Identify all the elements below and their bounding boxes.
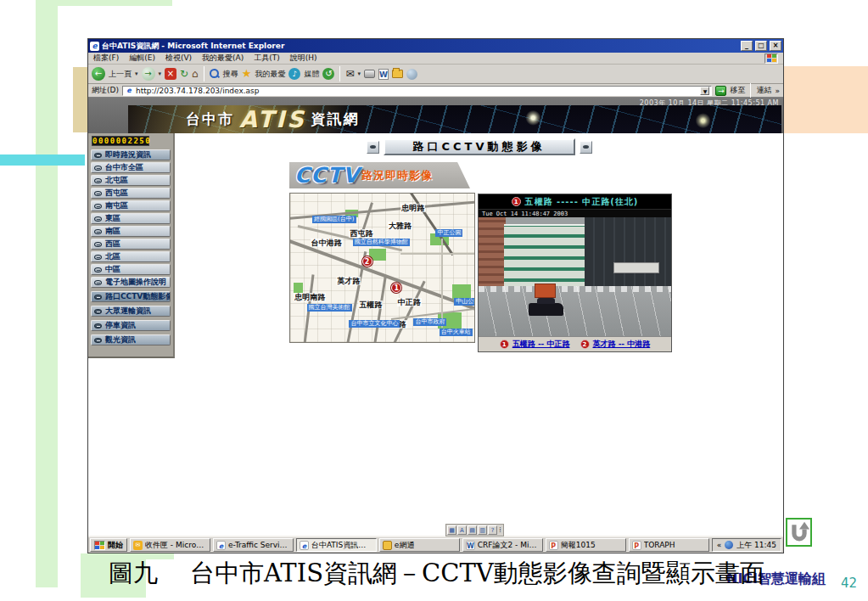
- edit-icon[interactable]: W: [378, 69, 389, 80]
- camera-marker-2[interactable]: 2: [362, 256, 372, 267]
- city-map[interactable]: 忠明路大雅路西屯路台中港路英才路忠明南路五權路中正路三民路經國園區(台中)國立自…: [289, 193, 475, 343]
- map-label: 大雅路: [388, 222, 412, 230]
- links-label[interactable]: 連結: [756, 85, 771, 96]
- sidebar-item[interactable]: 北區: [91, 251, 171, 262]
- photo-building: [504, 224, 587, 289]
- figure-caption-text: 台中市ATIS資訊網－CCTV動態影像查詢暨顯示畫面: [190, 559, 764, 587]
- save-icon[interactable]: ▥: [478, 525, 487, 535]
- address-input[interactable]: e http://203.74.178.203/index.asp ▼: [122, 86, 713, 96]
- tray-chevron[interactable]: «: [717, 541, 722, 549]
- links-chevron[interactable]: »: [775, 87, 780, 95]
- bullet-icon: [94, 204, 102, 209]
- stop-icon[interactable]: ×: [165, 68, 176, 80]
- menu-item-0[interactable]: 檔案(F): [93, 53, 119, 64]
- sidebar-item-label: 即時路況資訊: [105, 149, 151, 160]
- picture-icon[interactable]: ▦: [447, 525, 456, 535]
- text-icon[interactable]: A: [457, 525, 467, 535]
- title-right-button[interactable]: [580, 141, 592, 154]
- toolbar-grip[interactable]: ⁞: [498, 525, 502, 535]
- go-icon[interactable]: →: [715, 86, 726, 96]
- maximize-button[interactable]: □: [755, 41, 767, 51]
- bullet-icon: [94, 309, 102, 314]
- back-icon[interactable]: ←: [92, 67, 105, 81]
- taskbar-task[interactable]: WCRF論文2 - Microsoft ...: [462, 538, 543, 552]
- sidebar-item[interactable]: 南屯區: [91, 200, 171, 211]
- folder-icon: [383, 541, 392, 550]
- close-button[interactable]: ×: [770, 41, 781, 51]
- home-icon[interactable]: ⌂: [192, 68, 199, 80]
- address-dropdown-icon[interactable]: ▼: [700, 87, 709, 95]
- forward-icon[interactable]: →: [142, 67, 155, 81]
- folder-icon[interactable]: [392, 70, 403, 78]
- visitor-counter: 0000002250: [92, 136, 149, 146]
- taskbar-task[interactable]: e台中ATIS資訊網 - Micr...: [296, 538, 377, 552]
- taskbar-task[interactable]: e網通: [379, 538, 460, 552]
- task-label: TORAPH: [644, 541, 675, 549]
- camera-1-link[interactable]: 五權路 -- 中正路: [512, 339, 570, 350]
- favorites-label[interactable]: 我的最愛: [255, 69, 285, 80]
- mail-icon[interactable]: ✉: [345, 68, 354, 80]
- sidebar-item[interactable]: 北屯區: [91, 175, 171, 186]
- messenger-icon[interactable]: [406, 69, 417, 80]
- menu-item-4[interactable]: 工具(T): [254, 53, 280, 64]
- print-icon[interactable]: ▤: [468, 525, 477, 535]
- start-button[interactable]: 開始: [90, 538, 127, 552]
- task-label: CRF論文2 - Microsoft ...: [478, 540, 540, 551]
- forward-dropdown[interactable]: ▾: [159, 70, 162, 77]
- camera-marker-1[interactable]: 1: [391, 283, 401, 293]
- menu-item-2[interactable]: 檢視(V): [165, 53, 192, 64]
- mail-dropdown[interactable]: ▾: [357, 70, 361, 77]
- minimize-button[interactable]: _: [741, 41, 753, 51]
- bullet-icon: [94, 216, 102, 222]
- search-icon[interactable]: [210, 69, 220, 79]
- tray-clock[interactable]: 上午 11:45: [736, 540, 776, 551]
- peach-rectangle: [784, 66, 868, 133]
- sidebar-item[interactable]: 電子地圖操作說明: [91, 277, 171, 288]
- task-label: e-Traffic Service - Micro...: [228, 541, 290, 549]
- sidebar-item[interactable]: 路口CCTV動態影像: [91, 291, 171, 302]
- sidebar-item[interactable]: 觀光資訊: [91, 334, 171, 345]
- sidebar-item[interactable]: 中區: [91, 264, 171, 275]
- sidebar-item[interactable]: 台中市全區: [91, 162, 171, 173]
- uturn-return-button[interactable]: [786, 518, 812, 547]
- taskbar-task[interactable]: ee-Traffic Service - Micro...: [213, 538, 294, 552]
- history-icon[interactable]: ↺: [322, 68, 334, 80]
- sidebar-item[interactable]: 西區: [91, 239, 171, 250]
- go-label[interactable]: 移至: [730, 85, 745, 96]
- messenger-tray-icon[interactable]: [725, 541, 733, 549]
- help-icon[interactable]: ?: [488, 525, 497, 535]
- title-left-button[interactable]: [367, 141, 379, 154]
- sidebar-item-label: 西區: [105, 239, 120, 250]
- print-icon[interactable]: [364, 70, 375, 78]
- photo-truck: [535, 284, 556, 298]
- sidebar-item-label: 中區: [105, 264, 120, 275]
- map-label: 台中港路: [311, 239, 343, 247]
- media-icon[interactable]: ♪: [288, 68, 300, 80]
- map-label: 中正路: [397, 298, 422, 306]
- task-label: 收件匣 - Microsoft Outl...: [145, 540, 207, 551]
- search-label[interactable]: 搜尋: [223, 69, 238, 80]
- menu-item-1[interactable]: 編輯(E): [129, 53, 155, 64]
- back-label[interactable]: 上一頁: [109, 69, 132, 80]
- taskbar-task[interactable]: PTORAPH: [629, 538, 709, 552]
- media-label[interactable]: 媒體: [304, 69, 319, 80]
- sidebar-item[interactable]: 即時路況資訊: [91, 149, 171, 160]
- site-banner: 台中市 ATIS 資訊網: [128, 105, 781, 133]
- favorites-icon[interactable]: ★: [242, 68, 252, 80]
- refresh-icon[interactable]: ↻: [180, 68, 188, 80]
- sidebar-item[interactable]: 南區: [91, 226, 171, 237]
- menu-item-3[interactable]: 我的最愛(A): [202, 53, 244, 64]
- sidebar-item[interactable]: 大眾運輸資訊: [91, 306, 171, 317]
- sidebar-item-label: 西屯區: [105, 188, 128, 199]
- sidebar-item[interactable]: 停車資訊: [91, 320, 171, 331]
- sidebar-item[interactable]: 東區: [91, 213, 171, 224]
- back-dropdown[interactable]: ▾: [135, 70, 138, 77]
- menu-item-5[interactable]: 說明(H): [290, 53, 317, 64]
- sidebar-item[interactable]: 西屯區: [91, 188, 171, 199]
- taskbar-task[interactable]: ✉收件匣 - Microsoft Outl...: [130, 538, 210, 552]
- camera-2-link[interactable]: 英才路 -- 中港路: [593, 339, 651, 350]
- ie-icon: e: [216, 541, 226, 550]
- cyan-bar: [0, 154, 85, 166]
- figure-caption: 圖九台中市ATIS資訊網－CCTV動態影像查詢暨顯示畫面: [109, 557, 764, 591]
- taskbar-task[interactable]: P簡報1015: [546, 538, 626, 552]
